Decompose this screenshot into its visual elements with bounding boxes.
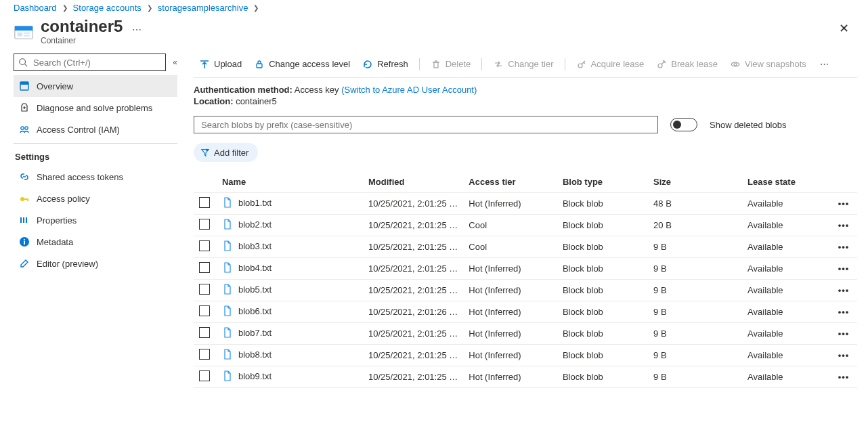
- col-blob-type[interactable]: Blob type: [557, 171, 648, 193]
- file-icon: [222, 370, 233, 381]
- row-checkbox[interactable]: [199, 284, 210, 295]
- view-snapshots-button[interactable]: View snapshots: [724, 54, 812, 75]
- view-snapshots-icon: [730, 59, 741, 70]
- auth-method-label: Authentication method:: [194, 85, 292, 95]
- blob-name[interactable]: blob7.txt: [238, 328, 272, 338]
- blob-access-tier: Hot (Inferred): [463, 366, 557, 388]
- blob-access-tier: Hot (Inferred): [463, 193, 557, 215]
- svg-rect-1: [15, 26, 32, 31]
- sidebar-search-input[interactable]: [32, 57, 161, 68]
- svg-point-9: [21, 127, 24, 129]
- sidebar-item[interactable]: Editor (preview): [14, 253, 177, 274]
- file-icon: [222, 197, 233, 208]
- blob-modified: 10/25/2021, 2:01:26 …: [363, 301, 463, 323]
- add-filter-button[interactable]: Add filter: [194, 143, 258, 162]
- chevron-right-icon: ❯: [253, 4, 259, 12]
- row-more-icon[interactable]: •••: [830, 215, 857, 236]
- sidebar-search[interactable]: [14, 54, 166, 71]
- blob-name[interactable]: blob8.txt: [238, 349, 272, 360]
- table-row[interactable]: blob7.txt10/25/2021, 2:01:25 …Hot (Infer…: [194, 323, 857, 345]
- row-checkbox[interactable]: [199, 240, 210, 251]
- file-icon: [222, 262, 233, 273]
- row-checkbox[interactable]: [199, 197, 210, 208]
- blob-name[interactable]: blob1.txt: [238, 198, 272, 208]
- sidebar-item[interactable]: Properties: [14, 209, 177, 231]
- auth-switch-link[interactable]: (Switch to Azure AD User Account): [341, 85, 477, 95]
- sidebar-item[interactable]: Diagnose and solve problems: [14, 97, 177, 119]
- toolbar-more-icon[interactable]: ⋯: [816, 54, 833, 75]
- blob-name[interactable]: blob3.txt: [238, 241, 272, 251]
- blob-search[interactable]: [194, 116, 658, 133]
- row-more-icon[interactable]: •••: [830, 236, 857, 258]
- row-checkbox[interactable]: [199, 219, 210, 230]
- upload-label: Upload: [214, 59, 242, 69]
- col-lease-state[interactable]: Lease state: [742, 171, 830, 193]
- table-row[interactable]: blob3.txt10/25/2021, 2:01:25 …CoolBlock …: [194, 236, 857, 258]
- breadcrumb: Dashboard❯ Storage accounts❯ storagesamp…: [0, 0, 868, 14]
- upload-button[interactable]: Upload: [194, 54, 247, 75]
- sidebar-item[interactable]: Access policy: [14, 188, 177, 209]
- sidebar-item[interactable]: Access Control (IAM): [14, 119, 177, 140]
- acquire-lease-button[interactable]: Acquire lease: [571, 54, 650, 75]
- table-row[interactable]: blob4.txt10/25/2021, 2:01:25 …Hot (Infer…: [194, 258, 857, 280]
- row-checkbox[interactable]: [199, 262, 210, 273]
- file-icon: [222, 219, 233, 230]
- key-icon: [19, 193, 30, 204]
- sidebar-item[interactable]: Metadata: [14, 231, 177, 253]
- sidebar-collapse-icon[interactable]: «: [173, 58, 177, 67]
- breadcrumb-link[interactable]: Dashboard: [14, 3, 57, 13]
- blob-type: Block blob: [557, 280, 648, 301]
- row-checkbox[interactable]: [199, 370, 210, 381]
- blob-modified: 10/25/2021, 2:01:25 …: [363, 193, 463, 215]
- sidebar-item[interactable]: Overview: [14, 75, 177, 97]
- row-more-icon[interactable]: •••: [830, 193, 857, 215]
- blob-name[interactable]: blob9.txt: [238, 371, 272, 381]
- table-row[interactable]: blob5.txt10/25/2021, 2:01:25 …Hot (Infer…: [194, 280, 857, 301]
- col-modified[interactable]: Modified: [363, 171, 463, 193]
- row-more-icon[interactable]: •••: [830, 280, 857, 301]
- row-more-icon[interactable]: •••: [830, 301, 857, 323]
- svg-point-5: [20, 59, 26, 65]
- table-row[interactable]: blob2.txt10/25/2021, 2:01:25 …CoolBlock …: [194, 215, 857, 236]
- col-name[interactable]: Name: [217, 171, 363, 193]
- toolbar-separator: [565, 58, 565, 70]
- table-row[interactable]: blob6.txt10/25/2021, 2:01:26 …Hot (Infer…: [194, 301, 857, 323]
- break-lease-button[interactable]: Break lease: [651, 54, 723, 75]
- delete-button[interactable]: Delete: [425, 54, 477, 75]
- refresh-button[interactable]: Refresh: [357, 54, 414, 75]
- change-access-level-button[interactable]: Change access level: [248, 54, 355, 75]
- blob-type: Block blob: [557, 193, 648, 215]
- change-tier-button[interactable]: Change tier: [487, 54, 559, 75]
- show-deleted-toggle[interactable]: [670, 118, 697, 131]
- row-more-icon[interactable]: •••: [830, 366, 857, 388]
- file-icon: [222, 284, 233, 295]
- blob-modified: 10/25/2021, 2:01:25 …: [363, 323, 463, 345]
- row-checkbox[interactable]: [199, 327, 210, 338]
- table-row[interactable]: blob9.txt10/25/2021, 2:01:25 …Hot (Infer…: [194, 366, 857, 388]
- col-size[interactable]: Size: [648, 171, 742, 193]
- sidebar-item-label: Properties: [37, 215, 77, 226]
- table-row[interactable]: blob1.txt10/25/2021, 2:01:25 …Hot (Infer…: [194, 193, 857, 215]
- row-more-icon[interactable]: •••: [830, 258, 857, 280]
- breadcrumb-link[interactable]: storagesamplesarchive: [158, 3, 248, 13]
- row-more-icon[interactable]: •••: [830, 345, 857, 366]
- col-access-tier[interactable]: Access tier: [463, 171, 557, 193]
- blob-name[interactable]: blob4.txt: [238, 263, 272, 273]
- row-checkbox[interactable]: [199, 305, 210, 316]
- table-row[interactable]: blob8.txt10/25/2021, 2:01:25 …Hot (Infer…: [194, 345, 857, 366]
- sidebar-item[interactable]: Shared access tokens: [14, 166, 177, 188]
- blob-size: 9 B: [648, 236, 742, 258]
- row-more-icon[interactable]: •••: [830, 323, 857, 345]
- close-icon[interactable]: ✕: [839, 21, 849, 36]
- blob-name[interactable]: blob6.txt: [238, 306, 272, 316]
- breadcrumb-link[interactable]: Storage accounts: [73, 3, 142, 13]
- sidebar-item-label: Metadata: [37, 237, 73, 247]
- title-more-icon[interactable]: ⋯: [132, 24, 142, 35]
- chevron-right-icon: ❯: [147, 4, 152, 12]
- blob-name[interactable]: blob2.txt: [238, 219, 272, 230]
- row-checkbox[interactable]: [199, 349, 210, 360]
- sidebar-heading-settings: Settings: [14, 148, 177, 166]
- blob-search-input[interactable]: [200, 119, 652, 131]
- blob-name[interactable]: blob5.txt: [238, 284, 272, 295]
- blob-size: 48 B: [648, 193, 742, 215]
